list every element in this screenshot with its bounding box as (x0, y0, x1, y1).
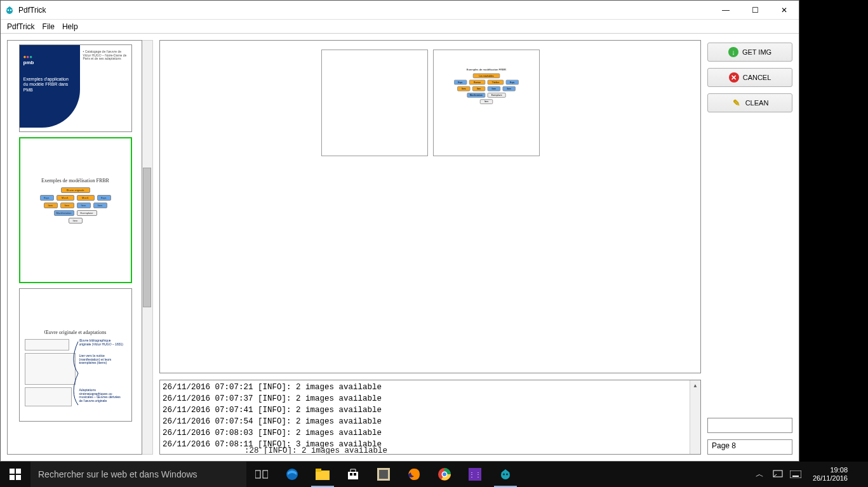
svg-point-2 (8, 9, 9, 10)
file-explorer-icon[interactable] (307, 462, 338, 487)
svg-rect-7 (16, 475, 21, 480)
cancel-button[interactable]: ✕ CANCEL (707, 68, 792, 87)
log-line-partial: :28 [INFO]: 2 images available (244, 445, 387, 455)
tray-date: 26/11/2016 (813, 474, 848, 483)
tray-notification-icon[interactable] (772, 469, 784, 480)
page-thumbnail-3[interactable]: Œuvre originale et adaptations Œuvre bib… (19, 288, 132, 422)
purple-app-icon[interactable]: ⋮⋮ (460, 462, 490, 487)
svg-rect-4 (10, 469, 15, 474)
menu-pdftrick[interactable]: PdfTrick (7, 22, 35, 31)
get-img-button[interactable]: ↓ GET IMG (707, 43, 792, 62)
pdftrick-taskbar-icon[interactable] (490, 462, 521, 487)
svg-marker-1 (6, 6, 13, 9)
window-title: PdfTrick (18, 6, 46, 15)
status-field-page: Page 8 (707, 439, 792, 455)
minimize-button[interactable]: — (711, 1, 740, 20)
chrome-icon[interactable] (429, 462, 460, 487)
svg-rect-15 (354, 473, 356, 476)
download-icon: ↓ (728, 47, 738, 57)
log-scroll-up-icon[interactable]: ▲ (690, 380, 700, 391)
store-icon[interactable] (338, 462, 368, 487)
edge-icon[interactable] (277, 462, 307, 487)
thumb2-title: Exemples de modélisation FRBR (24, 178, 127, 183)
svg-point-27 (506, 473, 508, 475)
firefox-icon[interactable] (399, 462, 429, 487)
svg-rect-9 (263, 470, 268, 478)
sidebar-scrollbar-thumb[interactable] (143, 168, 151, 307)
page-thumbnails-panel: ●●●pmb Exemples d'application du modèle … (7, 40, 142, 455)
image-preview-panel: Exemples de modélisation FRBR Les miséra… (159, 40, 701, 373)
page-thumbnail-2[interactable]: Exemples de modélisation FRBR Œuvre orig… (19, 137, 132, 283)
extracted-image-2[interactable]: Exemples de modélisation FRBR Les miséra… (433, 50, 540, 156)
app-shortcut-icon[interactable] (368, 462, 399, 487)
status-field-1 (707, 418, 792, 433)
svg-rect-5 (16, 469, 21, 474)
clean-button[interactable]: ✎ CLEAN (707, 93, 792, 112)
brush-icon: ✎ (731, 98, 742, 108)
thumb1-note: • Catalogage de l'œuvre de Victor HUGO –… (83, 50, 129, 61)
menu-file[interactable]: File (43, 22, 55, 31)
tray-chevron-up-icon[interactable]: ︿ (754, 469, 766, 480)
title-bar: PdfTrick — ☐ ✕ (1, 1, 799, 20)
log-scrollbar[interactable]: ▲ (690, 380, 700, 454)
svg-point-3 (10, 9, 11, 10)
tray-time: 19:08 (813, 466, 848, 474)
app-window: PdfTrick — ☐ ✕ PdfTrick File Help ●●● (0, 0, 799, 462)
menu-help[interactable]: Help (62, 22, 78, 31)
thumb1-title: Exemples d'application du modèle FRBR da… (23, 77, 74, 93)
svg-rect-14 (350, 473, 352, 476)
tray-keyboard-icon[interactable] (790, 469, 801, 480)
menu-bar: PdfTrick File Help (1, 20, 799, 34)
maximize-button[interactable]: ☐ (740, 1, 770, 20)
page-thumbnail-1[interactable]: ●●●pmb Exemples d'application du modèle … (19, 44, 132, 132)
svg-point-21 (443, 472, 446, 476)
cancel-icon: ✕ (729, 72, 739, 83)
task-view-icon[interactable] (246, 462, 277, 487)
log-panel: 26/11/2016 07:07:21 [INFO]: 2 images ava… (159, 380, 701, 455)
search-placeholder: Rechercher sur le web et dans Windows (38, 469, 197, 479)
thumb2-flowchart: Œuvre originale Expr. Manif. Manif. Expr… (24, 187, 127, 223)
extracted-image-1[interactable] (321, 50, 428, 156)
svg-rect-29 (790, 470, 801, 478)
app-icon (4, 5, 15, 15)
svg-point-26 (503, 473, 505, 475)
close-button[interactable]: ✕ (770, 1, 799, 20)
svg-rect-17 (379, 470, 388, 479)
tray-clock[interactable]: 19:08 26/11/2016 (808, 466, 853, 482)
svg-rect-12 (316, 469, 321, 472)
taskbar: Rechercher sur le web et dans Windows (0, 462, 868, 487)
svg-marker-25 (501, 469, 510, 473)
thumb3-title: Œuvre originale et adaptations (23, 330, 128, 335)
sidebar-scrollbar[interactable] (142, 40, 153, 455)
right-panel: ↓ GET IMG ✕ CANCEL ✎ CLEAN Page 8 (707, 40, 792, 455)
taskbar-search[interactable]: Rechercher sur le web et dans Windows (30, 462, 246, 487)
svg-rect-11 (316, 470, 330, 480)
svg-text:⋮⋮: ⋮⋮ (469, 471, 481, 478)
start-button[interactable] (0, 462, 30, 487)
svg-rect-6 (10, 475, 15, 480)
svg-rect-13 (348, 472, 358, 479)
svg-rect-8 (255, 470, 260, 478)
